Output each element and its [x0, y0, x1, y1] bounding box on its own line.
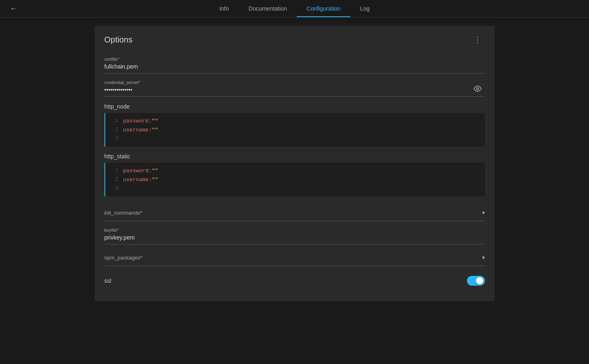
options-title: Options — [104, 35, 133, 44]
npm-packages-label: npm_packages* — [104, 255, 142, 261]
code-line-s1: 1 password: "" — [105, 166, 485, 175]
code-line-s3: 3 — [105, 184, 485, 193]
keyfile-value[interactable]: privkey.pem — [104, 234, 485, 241]
credential-secret-label: credential_secret* — [104, 80, 485, 85]
credential-secret-value[interactable]: •••••••••••••• — [104, 87, 485, 93]
main-content: Options ⋮ certfile* fullchain.pem creden… — [0, 18, 589, 309]
nav-tab-bar: Info Documentation Configuration Log — [209, 0, 379, 17]
back-button[interactable]: ← — [7, 3, 20, 15]
init-commands-field[interactable]: init_commands* ▾ — [104, 203, 485, 221]
tab-log[interactable]: Log — [350, 0, 379, 17]
init-commands-label: init_commands* — [104, 210, 142, 216]
npm-packages-arrow-icon: ▾ — [482, 254, 485, 261]
options-header: Options ⋮ — [104, 34, 485, 45]
ssl-slider — [467, 276, 485, 286]
tab-documentation[interactable]: Documentation — [239, 0, 297, 17]
credential-secret-field: credential_secret* •••••••••••••• — [104, 77, 485, 97]
certfile-value[interactable]: fullchain.pem — [104, 63, 485, 70]
options-panel: Options ⋮ certfile* fullchain.pem creden… — [95, 26, 495, 301]
http-static-editor[interactable]: 1 password: "" 2 username: "" 3 — [104, 163, 485, 196]
http-node-editor[interactable]: 1 password: "" 2 username: "" 3 — [104, 113, 485, 146]
more-options-button[interactable]: ⋮ — [470, 34, 485, 45]
tab-configuration[interactable]: Configuration — [297, 0, 350, 17]
code-line-1: 1 password: "" — [105, 116, 485, 125]
eye-icon — [473, 84, 482, 93]
toggle-visibility-button[interactable] — [473, 84, 482, 94]
http-static-label: http_static — [104, 153, 485, 160]
code-line-3: 3 — [105, 134, 485, 143]
keyfile-field: keyfile* privkey.pem — [104, 224, 485, 244]
certfile-field: certfile* fullchain.pem — [104, 53, 485, 73]
ssl-row: ssl — [104, 269, 485, 289]
ssl-toggle[interactable] — [467, 276, 485, 286]
code-line-s2: 2 username: "" — [105, 175, 485, 184]
code-line-2: 2 username: "" — [105, 125, 485, 134]
svg-point-0 — [476, 88, 478, 90]
certfile-label: certfile* — [104, 57, 485, 62]
http-node-label: http_node — [104, 103, 485, 110]
npm-packages-field[interactable]: npm_packages* ▾ — [104, 248, 485, 266]
tab-info[interactable]: Info — [209, 0, 238, 17]
top-navigation: ← Info Documentation Configuration Log — [0, 0, 589, 18]
init-commands-arrow-icon: ▾ — [482, 209, 485, 216]
ssl-label: ssl — [104, 277, 111, 284]
keyfile-label: keyfile* — [104, 228, 485, 233]
